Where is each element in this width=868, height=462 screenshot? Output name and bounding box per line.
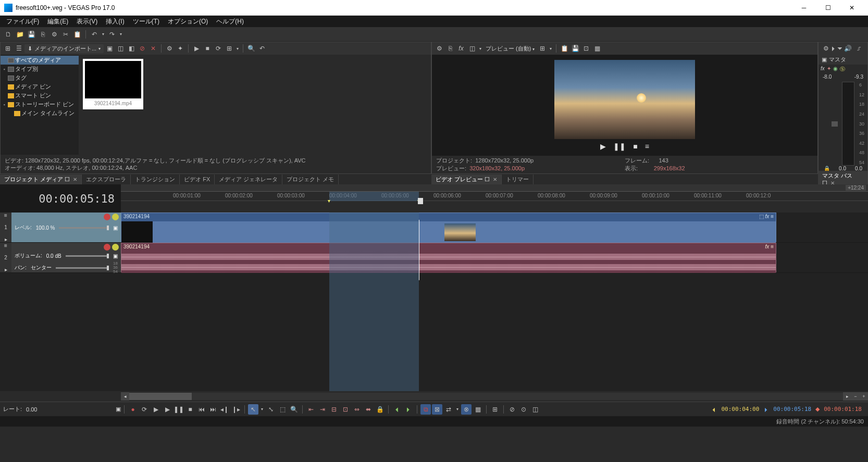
- menu-options[interactable]: オプション(O): [164, 16, 212, 27]
- media-tree[interactable]: すべてのメディア ▪タイプ別 タグ メディア ビン スマート ビン ▪ストーリー…: [1, 55, 79, 155]
- media-tree-icon[interactable]: ⊞: [3, 43, 13, 54]
- master-props-icon[interactable]: ⚙: [821, 43, 831, 54]
- cursor-follow-icon[interactable]: ▦: [473, 404, 483, 415]
- next-frame-icon[interactable]: ❙▸: [231, 404, 241, 415]
- delete-icon[interactable]: ✕: [148, 43, 158, 54]
- crossfade-icon[interactable]: ⊘: [507, 404, 517, 415]
- tree-tags[interactable]: タグ: [1, 73, 79, 82]
- play-start-icon[interactable]: ▶: [151, 404, 161, 415]
- cut-icon[interactable]: ✂: [60, 29, 71, 40]
- slide-icon[interactable]: ⬌: [363, 404, 374, 415]
- undo-icon[interactable]: ↶: [89, 29, 100, 40]
- preview-overlay-icon[interactable]: ⊡: [581, 43, 591, 54]
- tree-smart-bin[interactable]: スマート ビン: [1, 91, 79, 100]
- track-solo-icon[interactable]: [112, 244, 119, 251]
- view-mode-icon[interactable]: ⊞: [224, 43, 234, 54]
- preview-external-icon[interactable]: ⎘: [445, 43, 455, 54]
- new-icon[interactable]: 🗋: [3, 29, 14, 40]
- go-end-icon[interactable]: ⏭: [208, 404, 218, 415]
- capture-icon[interactable]: ▣: [104, 43, 115, 54]
- remove-icon[interactable]: ⊘: [137, 43, 147, 54]
- preview-quality[interactable]: プレビュー (自動) ▾: [483, 45, 537, 53]
- master-mute-icon[interactable]: ⏵⏷: [832, 43, 842, 54]
- fader-link-icon[interactable]: [832, 121, 838, 127]
- media-fx-icon[interactable]: ◧: [126, 43, 137, 54]
- menu-help[interactable]: ヘルプ(H): [212, 16, 248, 27]
- marker-in-icon[interactable]: ⏴: [392, 404, 402, 415]
- preview-props-icon[interactable]: ⚙: [434, 43, 444, 54]
- media-props-icon[interactable]: ⚙: [164, 43, 175, 54]
- interact-icon[interactable]: ◫: [530, 404, 540, 415]
- master-mute-btn[interactable]: ◉: [833, 66, 838, 73]
- playhead[interactable]: [419, 220, 419, 280]
- refresh-icon[interactable]: ⟳: [213, 43, 224, 54]
- record-icon[interactable]: ●: [128, 404, 138, 415]
- pause-icon[interactable]: ❚❚: [173, 404, 184, 415]
- view-dropdown-icon[interactable]: ▾: [235, 43, 240, 54]
- trim-start-icon[interactable]: ⇤: [306, 404, 316, 415]
- track-menu-icon[interactable]: ≡: [4, 213, 7, 218]
- search-back-icon[interactable]: ↶: [257, 43, 267, 54]
- play-icon[interactable]: ▶: [162, 404, 172, 415]
- timeline-hscroll[interactable]: ◂ ▸ − +: [121, 392, 868, 401]
- scroll-thumb[interactable]: [129, 393, 192, 400]
- split-icon[interactable]: ⊟: [329, 404, 339, 415]
- track-fx-icon[interactable]: ▣: [113, 253, 118, 259]
- level-slider[interactable]: [59, 227, 109, 229]
- undo-dropdown-icon[interactable]: ▾: [101, 29, 106, 40]
- menu-file[interactable]: ファイル(F): [2, 16, 43, 27]
- video-clip[interactable]: 390214194 ⬚ fx ≡: [121, 213, 776, 242]
- track-record-icon[interactable]: [104, 214, 110, 220]
- tc-in[interactable]: 00:00:04:00: [718, 406, 762, 413]
- timecode-display[interactable]: 00:00:05:18: [0, 184, 121, 213]
- marker-out-icon[interactable]: ⏵: [403, 404, 414, 415]
- zoom-out-icon[interactable]: −: [851, 392, 860, 401]
- envelope-icon[interactable]: ⤡: [266, 404, 276, 415]
- tc-length[interactable]: 00:00:01:18: [821, 406, 865, 413]
- rate-reset-icon[interactable]: ▣: [116, 406, 121, 413]
- ignore-group-icon[interactable]: ⊞: [490, 404, 500, 415]
- timeline-empty-area[interactable]: [0, 273, 868, 391]
- loop-icon[interactable]: ⟳: [139, 404, 150, 415]
- preview-copy-icon[interactable]: 📋: [559, 43, 569, 54]
- tab-trimmer[interactable]: トリマー: [502, 174, 534, 184]
- search-icon[interactable]: 🔍: [246, 43, 256, 54]
- tree-storyboard[interactable]: ▪ストーリーボード ビン: [1, 100, 79, 109]
- tree-all-media[interactable]: すべてのメディア: [1, 56, 79, 65]
- trim-icon[interactable]: ⊡: [340, 404, 351, 415]
- preview-play-icon[interactable]: ▶: [600, 142, 606, 151]
- maximize-button[interactable]: ☐: [816, 0, 840, 16]
- scroll-right-icon[interactable]: ▸: [843, 392, 851, 401]
- master-solo-icon[interactable]: 🔊: [842, 43, 853, 54]
- audio-clip[interactable]: 390214194 fx ≡: [121, 243, 776, 272]
- get-media-icon[interactable]: ◫: [115, 43, 126, 54]
- play-media-icon[interactable]: ▶: [191, 43, 202, 54]
- quantize-icon[interactable]: ⊠: [432, 404, 442, 415]
- master-fx-icon[interactable]: fx: [821, 66, 825, 73]
- render-icon[interactable]: ⎘: [38, 29, 48, 40]
- media-settings-icon[interactable]: ✦: [175, 43, 185, 54]
- pan-slider[interactable]: [56, 267, 109, 269]
- open-icon[interactable]: 📁: [15, 29, 25, 40]
- auto-ripple-icon[interactable]: ⇄: [443, 404, 454, 415]
- master-auto-icon[interactable]: ✦: [827, 66, 831, 73]
- tab-video-preview[interactable]: ビデオ プレビュー ☐✕: [431, 174, 502, 184]
- timeline-tracks[interactable]: 390214194 ⬚ fx ≡ 390214194 fx ≡: [121, 213, 868, 273]
- minimize-button[interactable]: ─: [792, 0, 816, 16]
- snap-icon[interactable]: ⧉: [420, 404, 431, 415]
- preview-menu-icon[interactable]: ≡: [645, 142, 649, 151]
- lock-icon[interactable]: 🔒: [375, 404, 385, 415]
- in-marker-icon[interactable]: ▾: [328, 198, 330, 204]
- tree-media-bin[interactable]: メディア ビン: [1, 82, 79, 91]
- media-list-icon[interactable]: ☰: [14, 43, 24, 54]
- auto-crossfade-icon[interactable]: ⊗: [461, 404, 472, 415]
- preview-split-icon[interactable]: ◫: [467, 43, 477, 54]
- video-track-header[interactable]: ≡ 1 ▸ レベル: 100.0 % ▣: [0, 213, 121, 243]
- trim-end-icon[interactable]: ⇥: [317, 404, 328, 415]
- track-motion-icon[interactable]: ▣: [113, 225, 118, 231]
- menu-tools[interactable]: ツール(T): [129, 16, 164, 27]
- tree-main-timeline[interactable]: メイン タイムライン: [1, 109, 79, 118]
- event-fx-icon[interactable]: ⊙: [518, 404, 529, 415]
- media-thumb[interactable]: 390214194.mp4: [83, 59, 143, 109]
- tab-transitions[interactable]: トランジション: [131, 174, 180, 184]
